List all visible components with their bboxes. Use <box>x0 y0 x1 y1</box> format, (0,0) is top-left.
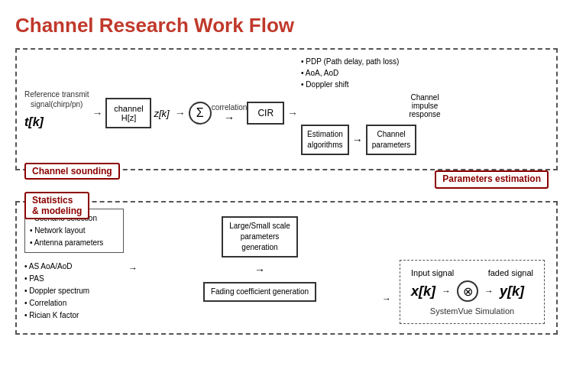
as-list: AS AoA/AoD PAS Doppler spectrum Correlat… <box>24 261 124 322</box>
cir-label: CIR <box>257 108 274 118</box>
x-k-label: x[k] <box>411 283 435 300</box>
arrow-7: → <box>254 264 265 276</box>
y-k-label: y[k] <box>500 283 524 300</box>
arrow-9: → <box>442 286 451 296</box>
bottom-section: Statistics & modeling • Scenario selecti… <box>15 201 558 335</box>
estimation-label: Estimationalgorithms <box>307 130 343 149</box>
arrow-4: → <box>284 107 301 119</box>
input-faded-row: x[k] → ⊗ → y[k] <box>411 280 533 302</box>
arrow-5: → <box>352 134 363 146</box>
flow-area: Reference transmitsignal(chirp/pn) t[k] … <box>15 48 558 335</box>
arrow-6: → <box>124 209 142 327</box>
bottom-right: Input signal faded signal x[k] → ⊗ → y[k… <box>396 209 549 327</box>
large-small-box: Large/Small scale parameters generation <box>222 216 297 258</box>
as-item-4: Correlation <box>24 297 124 309</box>
as-item-2: PAS <box>24 273 124 285</box>
sum-circle: Σ <box>189 102 212 125</box>
channel-params-box: Channelparameters <box>366 125 417 155</box>
fading-box: Fading coefficient generation <box>203 282 316 302</box>
bullet-1: • PDP (Path delay, path loss) <box>301 57 399 66</box>
z-k-label: z[k] <box>151 108 171 119</box>
ref-signal-text: Reference transmitsignal(chirp/pn) <box>24 89 89 109</box>
mix-circle: ⊗ <box>457 280 478 302</box>
channel-label: channel <box>113 104 144 113</box>
bullet-2: • AoA, AoD <box>301 69 338 77</box>
as-item-1: AS AoA/AoD <box>24 261 124 273</box>
bullets-area: • PDP (Path delay, path loss) • AoA, AoD… <box>301 56 549 90</box>
t-k-label: t[k] <box>24 115 44 129</box>
as-item-3: Doppler spectrum <box>24 285 124 297</box>
arrow-2: → <box>172 107 189 119</box>
channel-impulse-text: Channelimpulseresponse <box>301 93 549 118</box>
cir-box: CIR <box>247 102 284 125</box>
bullet-3: • Doppler shift <box>301 80 348 89</box>
top-section: Reference transmitsignal(chirp/pn) t[k] … <box>15 48 558 170</box>
systemvue-box: Input signal faded signal x[k] → ⊗ → y[k… <box>400 260 545 324</box>
bottom-middle: Large/Small scale parameters generation … <box>142 209 377 327</box>
as-item-5: Rician K factor <box>24 309 124 322</box>
input-signal-label: Input signal <box>411 268 454 277</box>
systemvue-label: SystemVue Simulation <box>411 306 533 316</box>
arrow-1: → <box>89 107 105 119</box>
right-section: • PDP (Path delay, path loss) • AoA, AoD… <box>301 56 549 163</box>
arrow-8: → <box>377 209 396 327</box>
channel-box: channel H[z] <box>105 98 151 128</box>
page-title: Channel Research Work Flow <box>15 14 558 37</box>
right-boxes-row: Estimationalgorithms → Channelparameters <box>301 125 549 155</box>
ref-signal-area: Reference transmitsignal(chirp/pn) t[k] <box>24 56 89 163</box>
scenario-item-2: • Network layout <box>30 225 118 237</box>
channel-sounding-badge: Channel sounding <box>24 163 120 180</box>
channel-formula: H[z] <box>113 113 144 122</box>
stats-modeling-badge: Statistics & modeling <box>24 192 89 219</box>
params-estimation-badge: Parameters estimation <box>435 170 549 189</box>
page-container: Channel Research Work Flow Reference tra… <box>0 0 573 392</box>
bottom-left: • Scenario selection • Network layout • … <box>24 209 124 327</box>
scenario-item-3: • Antenna parameters <box>30 237 118 249</box>
channel-params-label: Channelparameters <box>372 130 411 149</box>
estimation-box: Estimationalgorithms <box>301 125 349 155</box>
correlation-label: correlation <box>212 103 248 112</box>
faded-signal-label: faded signal <box>488 268 533 277</box>
arrow-10: → <box>484 286 494 296</box>
arrow-3: → <box>224 112 235 124</box>
